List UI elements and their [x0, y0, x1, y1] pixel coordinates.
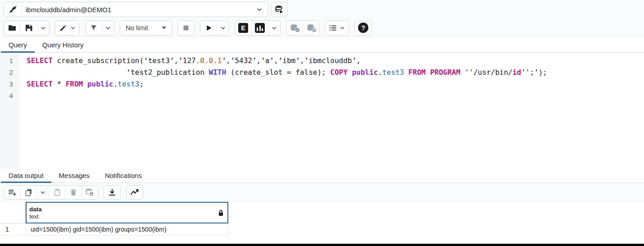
folder-icon — [7, 23, 17, 33]
row-limit-value: No limit — [126, 24, 162, 32]
tab-notifications[interactable]: Notifications — [97, 169, 150, 182]
delete-row-button[interactable] — [65, 186, 81, 199]
open-file-button[interactable] — [4, 21, 20, 35]
macros-button[interactable] — [325, 21, 349, 35]
macros-group — [325, 20, 349, 36]
connection-group: ibmclouddb/admin@DEMO1 — [4, 2, 268, 17]
download-group — [104, 185, 121, 200]
floppy-save-icon — [24, 23, 34, 33]
row-number-header[interactable] — [0, 202, 26, 223]
graph-visualiser-button[interactable] — [127, 186, 143, 199]
transaction-group: ✓ ↺ — [286, 20, 319, 36]
filter-funnel-icon — [89, 23, 98, 32]
help-group: ? — [354, 20, 372, 36]
sparkline-chart-icon — [130, 187, 140, 197]
chevron-down-icon — [104, 24, 112, 32]
main-toolbar: No limit E — [0, 19, 644, 37]
column-name: data — [29, 205, 218, 213]
download-csv-button[interactable] — [104, 186, 120, 199]
tab-data-output[interactable]: Data output — [1, 169, 51, 182]
copy-options-button[interactable] — [36, 186, 49, 199]
window-bottom-edge — [0, 244, 644, 246]
explain-analyze-button[interactable] — [251, 21, 268, 35]
table-row: 1uid=1500(ibm) gid=1500(ibm) groups=1500… — [0, 223, 228, 236]
explain-button[interactable]: E — [235, 21, 251, 35]
execute-button[interactable] — [200, 21, 217, 35]
pencil-icon — [59, 23, 68, 32]
paste-button[interactable] — [49, 186, 65, 199]
stop-group — [177, 20, 195, 36]
chevron-down-icon — [70, 25, 76, 31]
filter-button[interactable] — [86, 21, 102, 35]
data-cell[interactable]: uid=1500(ibm) gid=1500(ibm) groups=1500(… — [26, 223, 228, 236]
tab-data-output-label: Data output — [9, 172, 44, 179]
connection-bar: ibmclouddb/admin@DEMO1 — [0, 0, 644, 19]
rollback-button[interactable]: ↺ — [303, 21, 319, 35]
explain-analyze-icon — [255, 23, 265, 33]
code-text: ‘test2_publication WITH (create_slot = f… — [20, 67, 547, 78]
row-number-cell[interactable]: 1 — [0, 223, 26, 236]
explain-group: E — [235, 20, 281, 36]
new-connection-button[interactable] — [271, 2, 287, 17]
save-data-button[interactable] — [81, 186, 98, 199]
query-tool-window: ibmclouddb/admin@DEMO1 — [0, 0, 644, 246]
explain-icon: E — [238, 23, 248, 33]
code-line: 2 ‘test2_publication WITH (create_slot =… — [0, 67, 644, 78]
filter-options-button[interactable] — [102, 21, 114, 35]
tab-query[interactable]: Query — [1, 37, 35, 52]
lock-icon — [218, 210, 224, 216]
file-group — [4, 20, 50, 36]
connection-status-button[interactable] — [4, 2, 22, 17]
commit-button[interactable]: ✓ — [286, 21, 303, 35]
clipboard-paste-icon — [53, 188, 62, 197]
row-limit-select[interactable]: No limit — [120, 20, 172, 36]
tab-query-history-label: Query History — [42, 41, 84, 49]
sql-editor[interactable]: 1SELECT create_subscription(‘test3’,’127… — [0, 53, 644, 169]
database-save-icon — [85, 187, 95, 197]
download-icon — [108, 188, 117, 197]
add-row-button[interactable] — [4, 186, 20, 199]
edit-group — [55, 20, 80, 36]
execute-options-button[interactable] — [217, 21, 229, 35]
help-button[interactable]: ? — [355, 21, 372, 35]
tab-notifications-label: Notifications — [105, 172, 142, 179]
chevron-down-icon — [271, 24, 278, 32]
graph-group — [126, 185, 143, 200]
edit-button[interactable] — [55, 21, 79, 35]
tab-query-label: Query — [9, 41, 27, 49]
connection-selector[interactable]: ibmclouddb/admin@DEMO1 — [22, 2, 268, 17]
editor-lines: 1SELECT create_subscription(‘test3’,’127… — [0, 53, 644, 102]
tab-query-history[interactable]: Query History — [35, 37, 91, 52]
grid-header-row: data text — [0, 202, 228, 223]
stop-button[interactable] — [178, 21, 194, 35]
code-line: 1SELECT create_subscription(‘test3’,’127… — [0, 55, 644, 67]
play-icon — [204, 23, 213, 32]
chevron-down-icon — [39, 189, 46, 196]
chevron-down-icon — [255, 5, 263, 14]
line-number: 4 — [0, 90, 20, 102]
database-new-connection-icon — [274, 5, 284, 14]
line-number: 1 — [0, 55, 20, 67]
line-number: 2 — [0, 67, 20, 78]
column-header-data[interactable]: data text — [26, 202, 228, 223]
code-line: 4 — [0, 90, 644, 102]
database-rollback-icon: ↺ — [307, 24, 315, 31]
chevron-down-icon — [219, 24, 227, 32]
save-options-button[interactable] — [37, 21, 49, 35]
ordered-list-icon — [328, 23, 337, 32]
save-file-button[interactable] — [20, 21, 37, 35]
copy-button[interactable] — [20, 186, 36, 199]
code-line: 3SELECT * FROM public.test3; — [0, 78, 644, 90]
explain-options-button[interactable] — [268, 21, 280, 35]
add-row-icon — [8, 188, 17, 197]
code-text: SELECT create_subscription(‘test3’,’127.… — [20, 55, 361, 67]
results-grid: data text 1uid=1500(ibm) gid=1500(ibm) g… — [0, 202, 644, 244]
help-icon: ? — [358, 23, 368, 33]
tab-messages[interactable]: Messages — [51, 169, 97, 182]
connection-selector-value: ibmclouddb/admin@DEMO1 — [26, 6, 255, 14]
chevron-down-icon — [339, 25, 345, 31]
results-toolbar — [0, 183, 644, 202]
stop-square-icon — [181, 23, 190, 32]
trash-icon — [69, 188, 78, 197]
output-tabs: Data output Messages Notifications — [0, 169, 644, 183]
